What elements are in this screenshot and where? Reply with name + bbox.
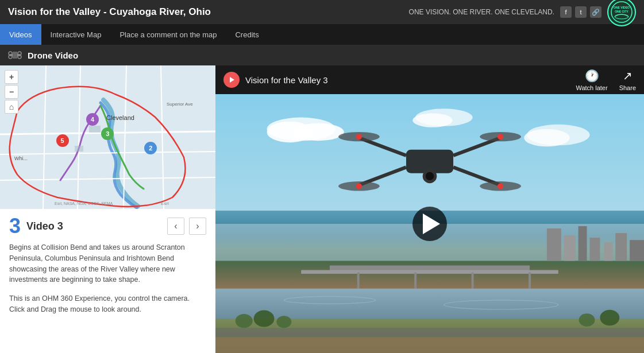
video-channel-icon <box>223 72 240 88</box>
zoom-out-button[interactable]: − <box>5 85 18 99</box>
video-number: 3 <box>9 216 21 236</box>
play-triangle-icon <box>423 214 440 234</box>
svg-point-68 <box>254 310 275 327</box>
subheader: Drone Video <box>0 45 644 65</box>
svg-rect-24 <box>75 146 83 152</box>
svg-rect-72 <box>215 328 644 337</box>
svg-point-67 <box>236 314 253 328</box>
svg-rect-23 <box>89 126 101 133</box>
map-marker-3[interactable]: 3 <box>101 127 114 140</box>
page-header: Vision for the Valley - Cuyahoga River, … <box>0 0 644 24</box>
svg-rect-55 <box>615 233 627 261</box>
twitter-icon[interactable]: t <box>575 6 587 18</box>
video-description: Begins at Collision Bend and takes us ar… <box>9 242 206 285</box>
svg-point-43 <box>356 134 362 139</box>
map-container[interactable]: Cleveland Whi... Superior Ave Esri Esri,… <box>0 65 215 209</box>
cityscape-layer <box>215 224 644 354</box>
video-header: Vision for the Valley 3 🕐 Watch later ↗ … <box>215 65 644 94</box>
nav-interactive-map[interactable]: Interactive Map <box>41 24 111 45</box>
video-header-left: Vision for the Valley 3 <box>223 72 328 88</box>
main-content: Cleveland Whi... Superior Ave Esri Esri,… <box>0 65 644 353</box>
watch-later-label: Watch later <box>576 84 607 91</box>
video-title: Video 3 <box>26 220 63 232</box>
map-controls: + − ⌂ <box>5 70 18 114</box>
svg-rect-63 <box>215 288 644 320</box>
svg-point-71 <box>600 309 619 325</box>
play-button[interactable] <box>412 207 447 241</box>
social-icons: f t 🔗 <box>560 6 601 18</box>
video-number-left: 3 Video 3 <box>9 216 63 236</box>
drone-subheader-icon <box>8 48 22 62</box>
svg-point-44 <box>498 134 503 139</box>
svg-rect-58 <box>301 270 558 273</box>
map-marker-5[interactable]: 5 <box>56 134 69 147</box>
svg-text:ONE CITY: ONE CITY <box>615 10 628 13</box>
svg-point-69 <box>276 316 291 328</box>
logo: ONE VIDEO ONE CITY <box>607 0 636 26</box>
video-panel: Vision for the Valley 3 🕐 Watch later ↗ … <box>215 65 644 353</box>
watch-later-icon: 🕐 <box>585 69 599 83</box>
map-marker-4[interactable]: 4 <box>86 113 99 126</box>
video-number-row: 3 Video 3 ‹ › <box>9 216 206 236</box>
svg-rect-52 <box>579 226 587 261</box>
map-marker-2[interactable]: 2 <box>144 142 157 154</box>
svg-point-45 <box>356 183 362 189</box>
svg-rect-56 <box>630 240 644 261</box>
video-note: This is an OHM 360 Experience, you contr… <box>9 293 206 315</box>
svg-text:Whi...: Whi... <box>14 156 28 161</box>
svg-text:Cleveland: Cleveland <box>106 114 134 121</box>
drone-silhouette <box>312 99 547 223</box>
next-arrow[interactable]: › <box>189 218 206 235</box>
svg-rect-53 <box>590 238 600 261</box>
link-icon[interactable]: 🔗 <box>590 6 601 18</box>
header-right: ONE VISION. ONE RIVER. ONE CLEVELAND. f … <box>409 0 636 26</box>
tagline: ONE VISION. ONE RIVER. ONE CLEVELAND. <box>409 8 554 16</box>
svg-rect-54 <box>604 242 612 261</box>
video-frame[interactable] <box>215 94 644 353</box>
subheader-title: Drone Video <box>28 51 78 60</box>
share-action[interactable]: ↗ Share <box>619 69 636 91</box>
prev-arrow[interactable]: ‹ <box>167 218 184 235</box>
nav-arrows: ‹ › <box>167 218 206 235</box>
svg-rect-5 <box>13 52 17 59</box>
svg-rect-50 <box>547 228 561 261</box>
nav-videos[interactable]: Videos <box>0 24 41 45</box>
svg-marker-25 <box>230 77 234 83</box>
page-title: Vision for the Valley - Cuyahoga River, … <box>8 6 211 18</box>
nav-bar: Videos Interactive Map Place a comment o… <box>0 24 644 45</box>
video-info-panel: 3 Video 3 ‹ › Begins at Collision Bend a… <box>0 209 215 353</box>
svg-point-46 <box>498 183 503 189</box>
video-actions: 🕐 Watch later ↗ Share <box>576 69 636 91</box>
svg-point-70 <box>579 313 595 327</box>
svg-text:Esri: Esri <box>161 201 169 206</box>
nav-credits[interactable]: Credits <box>226 24 268 45</box>
facebook-icon[interactable]: f <box>560 6 572 18</box>
svg-text:ONE VIDEO: ONE VIDEO <box>614 6 630 9</box>
svg-point-48 <box>426 172 434 180</box>
video-title-display: Vision for the Valley 3 <box>245 75 328 85</box>
home-button[interactable]: ⌂ <box>5 100 18 114</box>
left-panel: Cleveland Whi... Superior Ave Esri Esri,… <box>0 65 215 353</box>
svg-rect-51 <box>564 235 576 261</box>
watch-later-action[interactable]: 🕐 Watch later <box>576 69 607 91</box>
share-icon: ↗ <box>623 69 633 83</box>
svg-rect-73 <box>215 337 644 353</box>
share-label: Share <box>619 84 636 91</box>
zoom-in-button[interactable]: + <box>5 70 18 84</box>
nav-place-comment[interactable]: Place a comment on the map <box>110 24 226 45</box>
svg-text:Superior Ave: Superior Ave <box>167 102 193 107</box>
svg-text:Esri, NASA, NGA, USGS, FEMA: Esri, NASA, NGA, USGS, FEMA <box>55 201 113 205</box>
